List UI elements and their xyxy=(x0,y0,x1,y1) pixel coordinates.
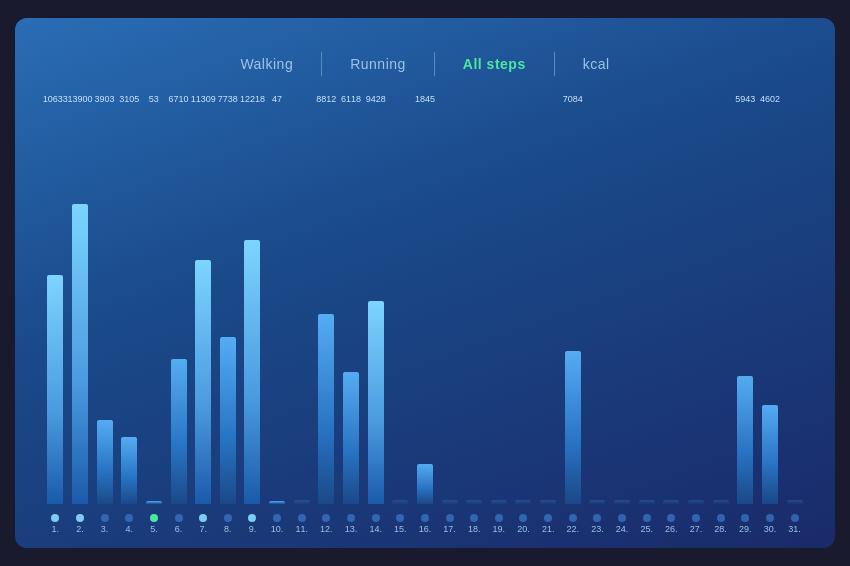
bar-group-13: 6118 xyxy=(339,94,364,504)
bar-11 xyxy=(318,314,334,504)
bar-group-7: 11309 xyxy=(191,94,216,504)
dot-7 xyxy=(224,514,232,522)
bar-0 xyxy=(47,275,63,504)
day-label-8: 9. xyxy=(240,524,265,534)
dot-8 xyxy=(248,514,256,522)
bar-label-9: 47 xyxy=(272,94,282,104)
bar-group-4: 3105 xyxy=(117,94,142,504)
day-label-22: 23. xyxy=(585,524,610,534)
bar-group-10: 47 xyxy=(265,94,290,504)
day-label-17: 18. xyxy=(462,524,487,534)
bar-label-3: 3105 xyxy=(119,94,139,104)
dot-21 xyxy=(569,514,577,522)
dot-26 xyxy=(692,514,700,522)
bar-group-28 xyxy=(708,94,733,504)
dot-20 xyxy=(544,514,552,522)
day-label-27: 28. xyxy=(708,524,733,534)
dots-row xyxy=(39,508,811,524)
bar-27 xyxy=(713,500,729,504)
dot-12 xyxy=(347,514,355,522)
day-label-13: 14. xyxy=(363,524,388,534)
bar-group-26 xyxy=(659,94,684,504)
bar-26 xyxy=(688,500,704,504)
bar-2 xyxy=(97,420,113,504)
bar-group-11 xyxy=(289,94,314,504)
dot-14 xyxy=(396,514,404,522)
day-label-18: 19. xyxy=(487,524,512,534)
bar-17 xyxy=(466,500,482,504)
day-label-0: 1. xyxy=(43,524,68,534)
tab-walking[interactable]: Walking xyxy=(212,52,322,76)
bar-group-9: 12218 xyxy=(240,94,265,504)
labels-row: 1.2.3.4.5.6.7.8.9.10.11.12.13.14.15.16.1… xyxy=(39,524,811,534)
day-label-26: 27. xyxy=(684,524,709,534)
bar-10 xyxy=(294,500,310,504)
bar-group-23 xyxy=(585,94,610,504)
dot-1 xyxy=(76,514,84,522)
bar-group-21 xyxy=(536,94,561,504)
bar-9 xyxy=(269,501,285,504)
tab-kcal[interactable]: kcal xyxy=(555,52,638,76)
tab-all-steps[interactable]: All steps xyxy=(435,52,555,76)
bar-13 xyxy=(368,301,384,504)
bar-group-5: 53 xyxy=(142,94,167,504)
bar-group-19 xyxy=(487,94,512,504)
bar-group-3: 3903 xyxy=(92,94,117,504)
bar-group-22: 7084 xyxy=(560,94,585,504)
bar-group-15 xyxy=(388,94,413,504)
tab-running[interactable]: Running xyxy=(322,52,435,76)
bar-1 xyxy=(72,204,88,504)
bar-29 xyxy=(762,405,778,504)
bar-group-18 xyxy=(462,94,487,504)
bar-28 xyxy=(737,376,753,504)
day-label-25: 26. xyxy=(659,524,684,534)
bar-label-4: 53 xyxy=(149,94,159,104)
bar-label-15: 1845 xyxy=(415,94,435,104)
bar-label-28: 5943 xyxy=(735,94,755,104)
dot-5 xyxy=(175,514,183,522)
day-label-4: 5. xyxy=(142,524,167,534)
dot-17 xyxy=(470,514,478,522)
dot-13 xyxy=(372,514,380,522)
bar-group-30: 4602 xyxy=(758,94,783,504)
bar-15 xyxy=(417,464,433,504)
bar-group-25 xyxy=(634,94,659,504)
bar-14 xyxy=(392,500,408,504)
dot-27 xyxy=(717,514,725,522)
bar-group-8: 7738 xyxy=(215,94,240,504)
bar-group-20 xyxy=(511,94,536,504)
dot-11 xyxy=(322,514,330,522)
dot-25 xyxy=(667,514,675,522)
dot-18 xyxy=(495,514,503,522)
dot-9 xyxy=(273,514,281,522)
day-label-21: 22. xyxy=(560,524,585,534)
chart-area: 1063313900390331055367101130977381221847… xyxy=(39,94,811,534)
day-label-28: 29. xyxy=(733,524,758,534)
day-label-9: 10. xyxy=(265,524,290,534)
day-label-20: 21. xyxy=(536,524,561,534)
bar-group-17 xyxy=(437,94,462,504)
bar-18 xyxy=(491,500,507,504)
tab-bar: WalkingRunningAll stepskcal xyxy=(39,52,811,76)
dot-3 xyxy=(125,514,133,522)
dot-4 xyxy=(150,514,158,522)
bar-group-29: 5943 xyxy=(733,94,758,504)
dot-2 xyxy=(101,514,109,522)
day-label-16: 17. xyxy=(437,524,462,534)
bar-group-12: 8812 xyxy=(314,94,339,504)
dot-15 xyxy=(421,514,429,522)
bar-label-2: 3903 xyxy=(95,94,115,104)
bar-group-27 xyxy=(684,94,709,504)
bar-group-16: 1845 xyxy=(413,94,438,504)
bar-25 xyxy=(663,500,679,504)
bar-22 xyxy=(589,500,605,504)
bar-label-0: 10633 xyxy=(43,94,68,104)
bar-30 xyxy=(787,500,803,504)
bar-group-31 xyxy=(782,94,807,504)
bar-19 xyxy=(515,500,531,504)
day-label-3: 4. xyxy=(117,524,142,534)
bar-group-24 xyxy=(610,94,635,504)
day-label-15: 16. xyxy=(413,524,438,534)
day-label-24: 25. xyxy=(634,524,659,534)
bar-21 xyxy=(565,351,581,504)
